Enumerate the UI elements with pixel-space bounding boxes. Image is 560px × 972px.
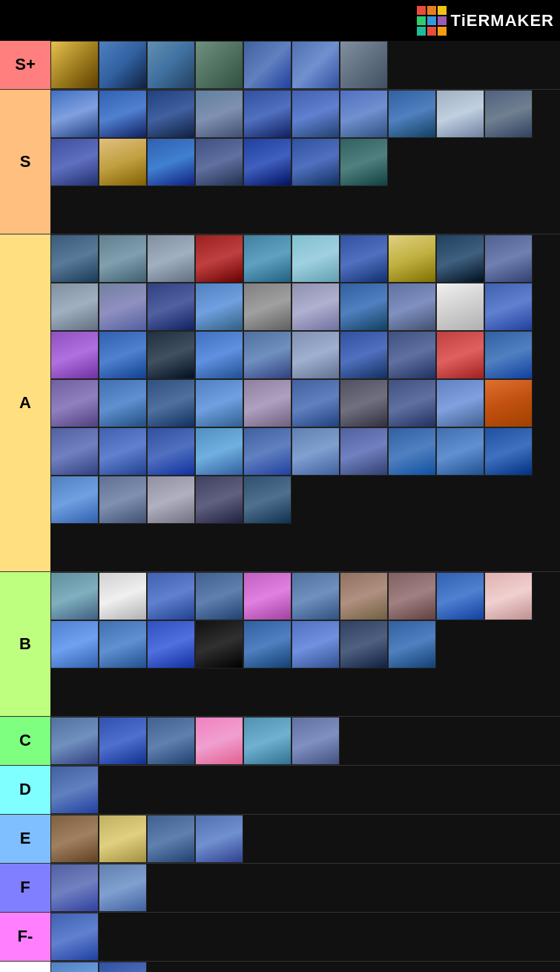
tier-label-a: A [0, 234, 50, 571]
list-item [436, 427, 484, 476]
list-item [243, 234, 291, 283]
tier-label-c: C [0, 717, 50, 765]
list-item [195, 138, 243, 186]
tier-content-c [50, 717, 560, 765]
list-item [195, 331, 243, 379]
list-item [243, 572, 291, 620]
tier-label-fm: F- [0, 913, 50, 961]
tier-content-13cod [50, 962, 560, 972]
list-item [484, 283, 533, 331]
tier-label-d: D [0, 766, 50, 814]
list-item [243, 283, 291, 331]
tier-content-fm [50, 913, 560, 961]
tier-label-s: S [0, 90, 50, 234]
empty-space [147, 962, 560, 972]
list-item [340, 379, 388, 427]
list-item [99, 138, 147, 186]
list-item [99, 331, 147, 379]
list-item [50, 41, 99, 89]
tier-content-e [50, 815, 560, 863]
list-item [195, 379, 243, 427]
list-item [50, 331, 99, 379]
list-item [484, 234, 533, 283]
list-item [436, 331, 484, 379]
tier-row-s: S [0, 90, 560, 234]
list-item [50, 913, 99, 961]
list-item [243, 717, 291, 765]
list-item [50, 90, 99, 138]
tier-row-sp: S+ [0, 41, 560, 90]
list-item [243, 379, 291, 427]
list-item [50, 864, 99, 912]
list-item [99, 717, 147, 765]
empty-space [99, 913, 560, 961]
list-item [340, 138, 388, 186]
tier-content-sp [50, 41, 560, 89]
list-item [195, 572, 243, 620]
tier-row-13cod: 13 year old COD player [0, 962, 560, 972]
list-item [147, 283, 195, 331]
list-item [195, 234, 243, 283]
list-item [291, 138, 340, 186]
list-item [195, 427, 243, 476]
list-item [147, 331, 195, 379]
list-item [147, 717, 195, 765]
tier-list: TiERMAKER S+ S [0, 0, 560, 972]
list-item [195, 283, 243, 331]
list-item [50, 379, 99, 427]
list-item [436, 379, 484, 427]
list-item [243, 90, 291, 138]
list-item [50, 620, 99, 669]
list-item [195, 620, 243, 669]
tier-row-fm: F- [0, 913, 560, 962]
tier-row-f: F [0, 864, 560, 913]
list-item [243, 620, 291, 669]
list-item [340, 427, 388, 476]
list-item [147, 427, 195, 476]
list-item [50, 815, 99, 863]
list-item [291, 90, 340, 138]
list-item [436, 90, 484, 138]
list-item [99, 41, 147, 89]
list-item [388, 283, 436, 331]
list-item [99, 427, 147, 476]
list-item [340, 620, 388, 669]
list-item [388, 572, 436, 620]
list-item [99, 620, 147, 669]
list-item [147, 815, 195, 863]
list-item [195, 476, 243, 524]
tier-row-c: C [0, 717, 560, 766]
empty-space [340, 717, 560, 765]
list-item [291, 331, 340, 379]
list-item [243, 427, 291, 476]
tier-content-a [50, 234, 560, 571]
tier-row-b: B [0, 572, 560, 717]
list-item [99, 283, 147, 331]
list-item [50, 572, 99, 620]
tier-content-f [50, 864, 560, 912]
list-item [291, 41, 340, 89]
list-item [50, 962, 99, 972]
tier-row-d: D [0, 766, 560, 815]
list-item [388, 90, 436, 138]
list-item [436, 283, 484, 331]
list-item [147, 234, 195, 283]
list-item [243, 331, 291, 379]
list-item [99, 476, 147, 524]
tier-label-e: E [0, 815, 50, 863]
list-item [195, 90, 243, 138]
list-item [50, 427, 99, 476]
tier-content-d [50, 766, 560, 814]
tiermaker-logo-text: TiERMAKER [451, 11, 554, 30]
list-item [436, 572, 484, 620]
tier-row-a: A [0, 234, 560, 572]
list-item [340, 283, 388, 331]
list-item [147, 620, 195, 669]
list-item [388, 620, 436, 669]
list-item [388, 427, 436, 476]
list-item [147, 476, 195, 524]
list-item [195, 41, 243, 89]
list-item [99, 234, 147, 283]
list-item [243, 138, 291, 186]
list-item [243, 41, 291, 89]
